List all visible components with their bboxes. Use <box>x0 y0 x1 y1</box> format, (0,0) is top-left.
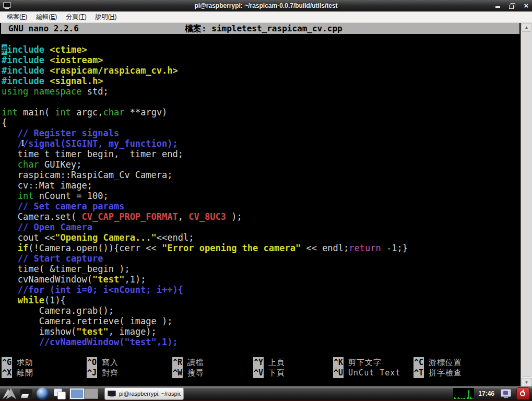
shortcut-ctrl-c: ^C游標位置 <box>413 357 518 368</box>
code-line[interactable]: // Register signals <box>2 128 408 138</box>
code-line[interactable]: Camera.set( CV_CAP_PROP_FORMAT, CV_8UC3 … <box>2 211 408 222</box>
desktop: pi@raspberrypi: ~/raspicam-0.0.7/build/u… <box>0 0 532 401</box>
lxde-menu-icon[interactable] <box>2 387 17 400</box>
code-line[interactable] <box>2 34 408 44</box>
mouse-cursor-ibeam: I <box>21 139 24 147</box>
code-line[interactable]: time( &timer_begin ); <box>2 264 408 274</box>
taskbar: pi@raspberrypi: ~/raspic... 17:46 <box>0 386 532 401</box>
code-line[interactable]: #include <ctime> <box>2 44 408 55</box>
scroll-up-icon[interactable]: ▲ <box>521 23 532 31</box>
code-line[interactable] <box>2 97 408 107</box>
menu-item-edit[interactable]: 編輯(E) <box>36 13 57 21</box>
terminal-viewport[interactable]: GNU nano 2.2.6 檔案: simpletest_raspicam_c… <box>0 23 521 386</box>
shortcut-ctrl-r: ^R讀檔 <box>172 357 253 368</box>
terminal-window-icon <box>3 2 11 9</box>
code-line[interactable]: #include <raspicam/raspicam_cv.h> <box>2 65 408 76</box>
window-titlebar[interactable]: pi@raspberrypi: ~/raspicam-0.0.7/build/u… <box>0 0 532 11</box>
task-button-label: pi@raspberrypi: ~/raspic... <box>119 391 181 397</box>
window-title: pi@raspberrypi: ~/raspicam-0.0.7/build/u… <box>0 2 532 9</box>
task-button-terminal[interactable]: pi@raspberrypi: ~/raspic... <box>104 387 184 400</box>
code-line[interactable]: if(!Camera.open()){cerr << "Error openin… <box>2 243 408 253</box>
shortcut-ctrl-g: ^G求助 <box>2 357 87 368</box>
shortcut-ctrl-u: ^UUnCut Text <box>333 368 413 378</box>
window-list-icon[interactable] <box>52 387 67 400</box>
maximize-icon[interactable] <box>509 2 516 9</box>
web-browser-icon[interactable] <box>36 387 50 400</box>
code-line[interactable]: #include <signal.h> <box>2 76 408 86</box>
code-line[interactable]: cout <<"Opening Camera..."<<endl; <box>2 232 408 243</box>
code-line[interactable]: #include <iostream> <box>2 55 408 65</box>
terminal-scrollbar[interactable]: ▲ ▼ <box>521 23 532 386</box>
code-line[interactable]: // Start capture <box>2 253 408 264</box>
code-line[interactable]: //signal(SIGINT, my_function); <box>2 138 408 149</box>
code-line[interactable]: raspicam::RaspiCam_Cv Camera; <box>2 170 408 180</box>
code-line[interactable]: Camera.grab(); <box>2 305 408 316</box>
code-line[interactable]: //for (int i=0; i<nCount; i++){ <box>2 285 408 295</box>
window-controls: × <box>494 0 530 11</box>
minimize-icon[interactable] <box>494 2 502 9</box>
code-editor[interactable]: #include <ctime>#include <iostream>#incl… <box>2 34 408 347</box>
nano-shortcut-bar: ^G求助^O寫入^R讀檔^Y上頁^K剪下文字^C游標位置^X離開^J對齊^W搜尋… <box>2 357 518 378</box>
close-icon[interactable]: × <box>523 2 530 9</box>
shortcut-ctrl-w: ^W搜尋 <box>172 368 253 378</box>
code-line[interactable]: // Open Camera <box>2 222 408 232</box>
menu-item-help[interactable]: 說明(H) <box>96 13 117 21</box>
desktop-2-button[interactable] <box>84 388 98 399</box>
shortcut-ctrl-o: ^O寫入 <box>87 357 172 368</box>
menu-item-file[interactable]: 檔案(F) <box>7 13 27 21</box>
scrollbar-thumb[interactable] <box>522 31 531 377</box>
code-line[interactable]: while(1){ <box>2 295 408 305</box>
code-line[interactable]: time_t timer_begin, timer_end; <box>2 149 408 159</box>
shortcut-ctrl-j: ^J對齊 <box>87 368 172 378</box>
code-line[interactable]: Camera.retrieve( image ); <box>2 316 408 326</box>
code-line[interactable]: using namespace std; <box>2 86 408 97</box>
shortcut-ctrl-k: ^K剪下文字 <box>333 357 413 368</box>
shortcut-ctrl-v: ^V下頁 <box>253 368 333 378</box>
desktop-1-button[interactable] <box>70 388 84 399</box>
shortcut-ctrl-y: ^Y上頁 <box>253 357 333 368</box>
shutdown-icon[interactable] <box>516 387 530 400</box>
terminal-icon <box>108 391 116 397</box>
code-line[interactable]: // Set camera params <box>2 201 408 211</box>
menu-item-tabs[interactable]: 分頁(T) <box>66 13 86 21</box>
scroll-down-icon[interactable]: ▼ <box>521 378 532 386</box>
nano-titlebar: GNU nano 2.2.6 檔案: simpletest_raspicam_c… <box>1 23 519 34</box>
menu-bar: 檔案(F)編輯(E)分頁(T)說明(H) <box>0 11 532 23</box>
clock: 17:46 <box>478 390 494 397</box>
code-line[interactable]: { <box>2 117 408 128</box>
code-line[interactable]: int main( int argc,char **argv) <box>2 107 408 117</box>
code-line[interactable]: imshow("test", image); <box>2 326 408 337</box>
nano-version: GNU nano 2.2.6 <box>8 23 79 34</box>
file-manager-icon[interactable] <box>19 387 33 400</box>
shortcut-ctrl-x: ^X離開 <box>2 368 87 378</box>
code-line[interactable]: char GUIKey; <box>2 159 408 170</box>
code-line[interactable]: cv::Mat image; <box>2 180 408 191</box>
shortcut-ctrl-t: ^T拼字檢查 <box>413 368 518 378</box>
code-line[interactable]: //cvNamedWindow("test",1); <box>2 337 408 347</box>
code-line[interactable]: cvNamedWindow("test",1); <box>2 274 408 285</box>
desktop-pager <box>70 388 98 399</box>
text-cursor: # <box>2 44 7 55</box>
screenlock-icon[interactable] <box>500 387 512 400</box>
nano-filename: 檔案: simpletest_raspicam_cv.cpp <box>185 23 342 34</box>
code-line[interactable]: int nCount = 100; <box>2 191 408 201</box>
cpu-monitor <box>453 388 474 399</box>
